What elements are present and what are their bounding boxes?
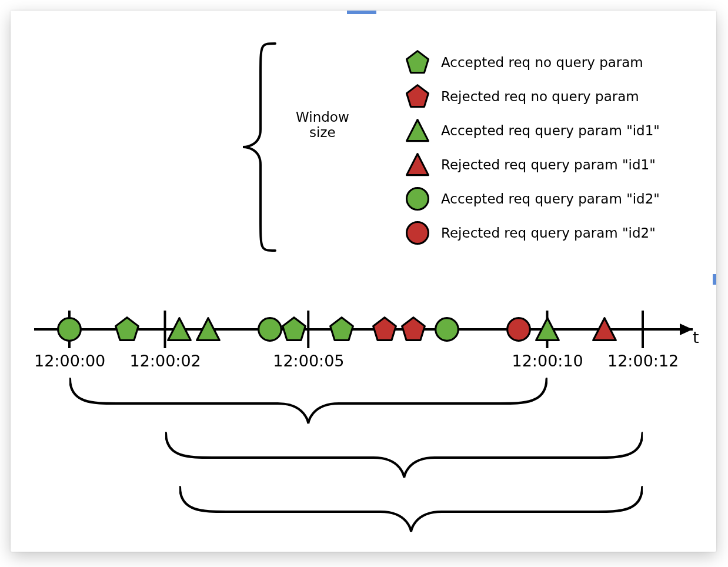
legend-label: Rejected req query param "id2" [441,226,656,241]
time-tick-label: 12:00:10 [512,352,583,370]
pentagon-icon [405,49,432,76]
edge-accent-right [713,274,716,285]
axis-label: t [693,328,699,346]
timeline-circle-icon [56,316,83,343]
timeline-circle-icon [433,316,460,343]
timeline-pentagon-icon [400,316,427,343]
legend-item: Accepted req no query param [405,46,710,80]
timeline-pentagon-icon [328,316,355,343]
legend-item: Rejected req query param "id1" [405,148,710,182]
time-tick-label: 12:00:02 [130,352,201,370]
window-size-label: Windowsize [296,109,349,141]
timeline-triangle-icon [166,316,193,343]
timeline-pentagon-icon [371,316,398,343]
time-tick-label: 12:00:00 [34,352,105,370]
timeline-triangle-icon [591,316,618,343]
timeline-circle-icon [505,316,532,343]
legend-label: Accepted req query param "id2" [441,192,660,206]
legend-item: Accepted req query param "id2" [405,182,710,216]
timeline-pentagon-icon [113,316,141,343]
time-tick-label: 12:00:12 [607,352,679,370]
legend-label: Accepted req query param "id1" [441,124,660,138]
window-brace [69,378,547,425]
diagram-frame: Windowsize Accepted req no query paramRe… [11,11,716,552]
window-size-brace [228,41,287,253]
time-tick-label: 12:00:05 [273,352,344,370]
legend-item: Accepted req query param "id1" [405,114,710,148]
svg-rect-1 [713,274,716,285]
triangle-icon [405,152,432,179]
timeline-triangle-icon [195,316,222,343]
triangle-icon [405,118,432,145]
edge-accent-top [347,11,376,14]
legend-item: Rejected req query param "id2" [405,216,710,251]
legend-label: Rejected req no query param [441,89,639,104]
window-brace [165,432,643,479]
window-brace [179,486,643,533]
legend-label: Accepted req no query param [441,55,643,70]
pentagon-icon [405,84,432,111]
timeline-circle-icon [256,316,283,343]
timeline-pentagon-icon [280,316,308,343]
legend-label: Rejected req query param "id1" [441,158,656,172]
circle-icon [405,220,432,247]
svg-marker-3 [680,323,693,335]
timeline-triangle-icon [534,316,561,343]
legend-item: Rejected req no query param [405,80,710,114]
circle-icon [405,186,432,213]
legend: Accepted req no query paramRejected req … [405,46,710,251]
svg-rect-0 [347,11,376,14]
